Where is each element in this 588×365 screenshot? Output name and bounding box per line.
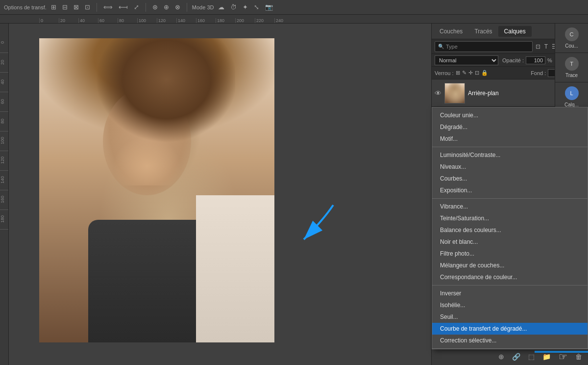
- menu-section-solid: Couleur unie... Dégradé... Motif...: [432, 107, 588, 147]
- new-layer-group-icon[interactable]: 📁: [540, 352, 553, 362]
- create-fill-layer-icon[interactable]: ⊕: [496, 352, 506, 362]
- menu-item-seuil[interactable]: Seuil...: [432, 311, 588, 323]
- pixel-icon[interactable]: ⊡: [535, 42, 541, 51]
- ruler-v-mark: 80: [0, 112, 8, 131]
- ruler-mark: 120: [157, 18, 176, 23]
- ruler-v-mark: 140: [0, 171, 8, 190]
- toolbar-icon-camera[interactable]: 📷: [264, 2, 274, 12]
- opacity-label: Opacité :: [502, 57, 524, 63]
- lock-icons-group: ⊞ ✎ ✛ ⊡ 🔒: [456, 70, 488, 76]
- layer-visibility-icon[interactable]: 👁: [435, 89, 441, 97]
- menu-item-luminosite[interactable]: Luminosité/Contraste...: [432, 149, 588, 161]
- menu-item-melangeur[interactable]: Mélangeur de couches...: [432, 260, 588, 271]
- ruler-horizontal: 0 20 40 60 80 100 120 140 160 180 200 22…: [0, 15, 588, 24]
- photo-inner: [39, 38, 274, 342]
- lock-checkerboard-icon[interactable]: ⊞: [456, 70, 460, 76]
- menu-item-noir-blanc[interactable]: Noir et blanc...: [432, 236, 588, 248]
- toolbar-icon-10[interactable]: ⊗: [173, 2, 182, 12]
- toolbar-icon-4[interactable]: ⊡: [83, 2, 92, 12]
- menu-item-couleur-unie[interactable]: Couleur unie...: [432, 109, 588, 121]
- ruler-marks: 0 20 40 60 80 100 120 140 160 180 200 22…: [39, 15, 294, 23]
- search-icon: 🔍: [438, 44, 444, 49]
- toolbar-icon-3[interactable]: ⊠: [72, 2, 80, 12]
- menu-item-balance[interactable]: Balance des couleurs...: [432, 224, 588, 236]
- float-traces[interactable]: T Trace: [555, 53, 588, 82]
- adjustment-icon[interactable]: T: [543, 42, 549, 51]
- ruler-mark: 0: [39, 18, 59, 23]
- ruler-vertical: 0 20 40 60 80 100 120 140 160 180: [0, 24, 9, 365]
- main-area: 0 20 40 60 80 100 120 140 160 180: [0, 24, 588, 365]
- top-toolbar: Options de transf. ⊞ ⊟ ⊠ ⊡ ⟺ ⟻ ⤢ ⊛ ⊕ ⊗ M…: [0, 0, 588, 15]
- photo-person: [39, 38, 274, 342]
- menu-item-niveaux[interactable]: Niveaux...: [432, 161, 588, 173]
- toolbar-icon-compass[interactable]: ✦: [241, 2, 249, 12]
- toolbar-icon-cloud[interactable]: ☁: [217, 2, 226, 12]
- float-couches[interactable]: C Cou...: [555, 24, 588, 53]
- new-layer-icon[interactable]: ☞: [557, 350, 569, 364]
- layer-thumbnail: [444, 83, 465, 104]
- toolbar-title: Options de transf.: [4, 4, 47, 10]
- search-box[interactable]: 🔍 Type: [435, 41, 533, 52]
- menu-item-vibrance[interactable]: Vibrance...: [432, 201, 588, 212]
- float-calques-icon: L: [565, 86, 579, 100]
- opacity-percent: %: [547, 57, 552, 63]
- ruler-v-mark: 0: [0, 33, 8, 53]
- toolbar-icon-6[interactable]: ⟻: [117, 2, 129, 12]
- ruler-mark: 160: [196, 18, 216, 23]
- ruler-mark: 180: [216, 18, 235, 23]
- photo-canvas: [39, 38, 274, 342]
- menu-item-degrade[interactable]: Dégradé...: [432, 121, 588, 133]
- menu-item-motif[interactable]: Motif...: [432, 133, 588, 145]
- tab-traces[interactable]: Tracés: [468, 26, 498, 37]
- opacity-value[interactable]: 100: [526, 56, 545, 64]
- toolbar-icon-2[interactable]: ⊟: [61, 2, 69, 12]
- menu-item-courbes[interactable]: Courbes...: [432, 173, 588, 184]
- delete-layer-icon[interactable]: 🗑: [573, 352, 584, 362]
- divider-1: [97, 3, 97, 12]
- blue-arrow-down-svg: [284, 200, 343, 249]
- menu-item-correspondance[interactable]: Correspondance de couleur...: [432, 271, 588, 283]
- menu-item-isohelie[interactable]: Isohélie...: [432, 299, 588, 311]
- float-couches-label: Cou...: [565, 43, 578, 49]
- toolbar-icon-move[interactable]: ⤡: [252, 2, 261, 12]
- menu-item-teinte[interactable]: Teinte/Saturation...: [432, 212, 588, 224]
- blend-mode-select[interactable]: Normal: [435, 55, 498, 65]
- ruler-mark: 100: [137, 18, 157, 23]
- link-layers-icon[interactable]: 🔗: [510, 352, 522, 362]
- lock-brush-icon[interactable]: ✎: [462, 70, 466, 76]
- toolbar-icon-1[interactable]: ⊞: [49, 2, 58, 12]
- right-float-panel: C Cou... T Trace L Calq...: [555, 24, 588, 112]
- float-traces-icon: T: [565, 57, 579, 71]
- ruler-v-mark: 40: [0, 73, 8, 92]
- float-couches-icon: C: [565, 27, 579, 41]
- divider-3: [187, 3, 187, 12]
- toolbar-icon-time[interactable]: ⏱: [229, 2, 238, 12]
- menu-item-exposition[interactable]: Exposition...: [432, 184, 588, 196]
- toolbar-icon-9[interactable]: ⊕: [162, 2, 171, 12]
- ruler-v-mark: 120: [0, 151, 8, 171]
- blue-arrow-container: [284, 200, 343, 251]
- menu-section-other: Inverser Isohélie... Seuil... Courbe de …: [432, 286, 588, 349]
- add-mask-icon[interactable]: ⬚: [526, 352, 537, 362]
- toolbar-icon-7[interactable]: ⤢: [132, 2, 141, 12]
- lock-artboard-icon[interactable]: ⊡: [475, 70, 479, 76]
- lock-all-icon[interactable]: 🔒: [481, 70, 488, 76]
- canvas-area: 0 20 40 60 80 100 120 140 160 180: [0, 24, 431, 365]
- menu-item-courbe-transfert[interactable]: Courbe de transfert de dégradé...: [432, 323, 588, 335]
- menu-item-correction-selective[interactable]: Correction sélective...: [432, 335, 588, 346]
- ruler-mark: 200: [235, 18, 255, 23]
- ruler-mark: 80: [118, 18, 137, 23]
- ruler-mark: 20: [59, 18, 78, 23]
- menu-item-filtre-photo[interactable]: Filtre photo...: [432, 248, 588, 260]
- adjustment-dropdown: Couleur unie... Dégradé... Motif... Lumi…: [432, 107, 588, 349]
- fill-label: Fond :: [531, 70, 546, 76]
- toolbar-icon-5[interactable]: ⟺: [102, 2, 114, 12]
- ruler-v-mark: 180: [0, 210, 8, 230]
- menu-item-inverser[interactable]: Inverser: [432, 287, 588, 299]
- lock-move-icon[interactable]: ✛: [468, 70, 473, 76]
- layer-thumb-inner: [445, 83, 465, 103]
- tab-calques[interactable]: Calques: [498, 26, 532, 37]
- tab-couches[interactable]: Couches: [434, 26, 468, 37]
- toolbar-icon-8[interactable]: ⊛: [151, 2, 159, 12]
- bottom-toolbar: ⊕ 🔗 ⬚ 📁 ☞ 🗑: [432, 347, 588, 365]
